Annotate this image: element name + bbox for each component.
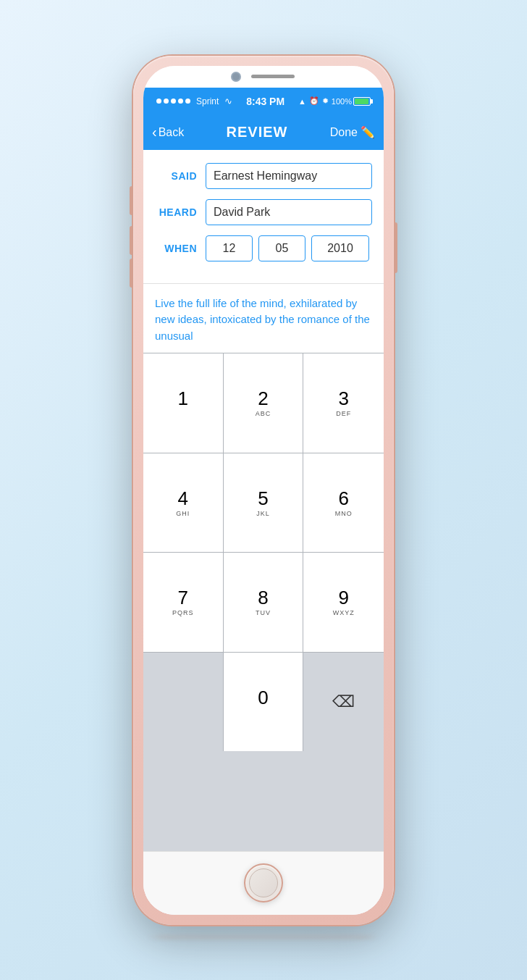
key-4[interactable]: 4 GHI <box>143 453 224 553</box>
key-3[interactable]: 3 DEF <box>303 353 384 453</box>
key-2-number: 2 <box>258 388 268 409</box>
nav-title: REVIEW <box>227 124 288 141</box>
delete-icon: ⌫ <box>332 692 355 711</box>
keypad-row-3: 7 PQRS 8 TUV 9 WXYZ <box>143 552 384 652</box>
phone-top-notch <box>143 66 384 88</box>
heard-label: HEARD <box>155 206 197 218</box>
location-icon: ▲ <box>298 97 306 106</box>
phone-bottom <box>143 851 384 915</box>
key-7[interactable]: 7 PQRS <box>143 553 224 652</box>
key-5-letters: JKL <box>256 510 270 517</box>
status-bar: Sprint ∿ 8:43 PM ▲ ⏰ ✹ 100% <box>143 88 384 115</box>
screen-content: SAID HEARD WHEN <box>143 150 384 915</box>
key-4-number: 4 <box>178 488 188 509</box>
form-area: SAID HEARD WHEN <box>143 150 384 283</box>
nav-bar: ‹ Back REVIEW Done ✏️ <box>143 115 384 150</box>
date-month-input[interactable] <box>206 235 253 261</box>
keypad-row-2: 4 GHI 5 JKL 6 MNO <box>143 453 384 553</box>
status-left: Sprint ∿ <box>156 96 232 106</box>
carrier-label: Sprint <box>196 96 219 106</box>
back-arrow-icon: ‹ <box>152 124 157 141</box>
key-2-letters: ABC <box>256 410 271 417</box>
key-4-letters: GHI <box>176 510 190 517</box>
battery-percent: 100% <box>332 97 352 106</box>
key-7-letters: PQRS <box>172 609 194 616</box>
key-0-letters <box>262 709 265 716</box>
signal-dot-2 <box>164 99 169 104</box>
phone-screen: Sprint ∿ 8:43 PM ▲ ⏰ ✹ 100% ‹ Back <box>143 66 384 915</box>
back-label: Back <box>159 126 185 139</box>
status-right: ▲ ⏰ ✹ 100% <box>298 96 371 106</box>
date-inputs <box>206 235 369 261</box>
key-0-number: 0 <box>258 687 268 708</box>
edit-icon: ✏️ <box>361 125 375 139</box>
key-9[interactable]: 9 WXYZ <box>303 553 384 652</box>
key-9-number: 9 <box>338 587 348 608</box>
front-camera <box>232 73 240 80</box>
battery-fill <box>355 99 368 104</box>
speaker <box>251 75 295 78</box>
key-3-letters: DEF <box>336 410 351 417</box>
keypad: 1 2 ABC 3 DEF 4 GHI <box>143 353 384 851</box>
key-8[interactable]: 8 TUV <box>224 553 304 652</box>
battery-icon <box>353 97 371 106</box>
key-8-letters: TUV <box>256 609 271 616</box>
key-1[interactable]: 1 <box>143 353 224 453</box>
signal-dot-4 <box>178 99 183 104</box>
key-5-number: 5 <box>258 488 268 509</box>
heard-row: HEARD <box>155 199 372 225</box>
done-button[interactable]: Done ✏️ <box>330 125 375 139</box>
quote-area: Live the full life of the mind, exhilara… <box>143 283 384 353</box>
date-year-input[interactable] <box>311 235 369 261</box>
wifi-icon: ∿ <box>224 96 232 106</box>
key-8-number: 8 <box>258 587 268 608</box>
home-button-inner <box>249 868 278 897</box>
when-row: WHEN <box>155 235 372 261</box>
said-input[interactable] <box>206 163 372 189</box>
back-button[interactable]: ‹ Back <box>152 124 184 141</box>
alarm-icon: ⏰ <box>309 96 319 106</box>
signal-dots <box>156 99 190 104</box>
key-6[interactable]: 6 MNO <box>303 453 384 553</box>
key-1-number: 1 <box>178 388 188 409</box>
home-button[interactable] <box>244 863 283 902</box>
key-delete[interactable]: ⌫ <box>303 653 384 752</box>
bluetooth-icon: ✹ <box>322 96 329 106</box>
battery-container: 100% <box>332 97 371 106</box>
signal-dot-1 <box>156 99 161 104</box>
key-7-number: 7 <box>178 587 188 608</box>
signal-dot-3 <box>171 99 176 104</box>
done-label: Done <box>330 126 358 139</box>
key-9-letters: WXYZ <box>333 609 355 616</box>
key-6-number: 6 <box>338 488 348 509</box>
key-3-number: 3 <box>338 388 348 409</box>
said-row: SAID <box>155 163 372 189</box>
keypad-row-1: 1 2 ABC 3 DEF <box>143 353 384 453</box>
phone-reflection <box>155 932 372 939</box>
key-2[interactable]: 2 ABC <box>224 353 304 453</box>
key-5[interactable]: 5 JKL <box>224 453 304 553</box>
key-0[interactable]: 0 <box>224 653 304 752</box>
date-day-input[interactable] <box>258 235 305 261</box>
quote-text: Live the full life of the mind, exhilara… <box>155 296 372 345</box>
key-1-letters <box>182 410 185 417</box>
when-label: WHEN <box>155 243 197 254</box>
signal-dot-5 <box>185 99 190 104</box>
key-6-letters: MNO <box>335 510 353 517</box>
heard-input[interactable] <box>206 199 372 225</box>
keypad-row-4: 0 ⌫ <box>143 652 384 752</box>
status-time: 8:43 PM <box>246 96 284 107</box>
said-label: SAID <box>155 170 197 182</box>
key-empty <box>143 653 224 752</box>
phone-frame: Sprint ∿ 8:43 PM ▲ ⏰ ✹ 100% ‹ Back <box>133 56 394 925</box>
